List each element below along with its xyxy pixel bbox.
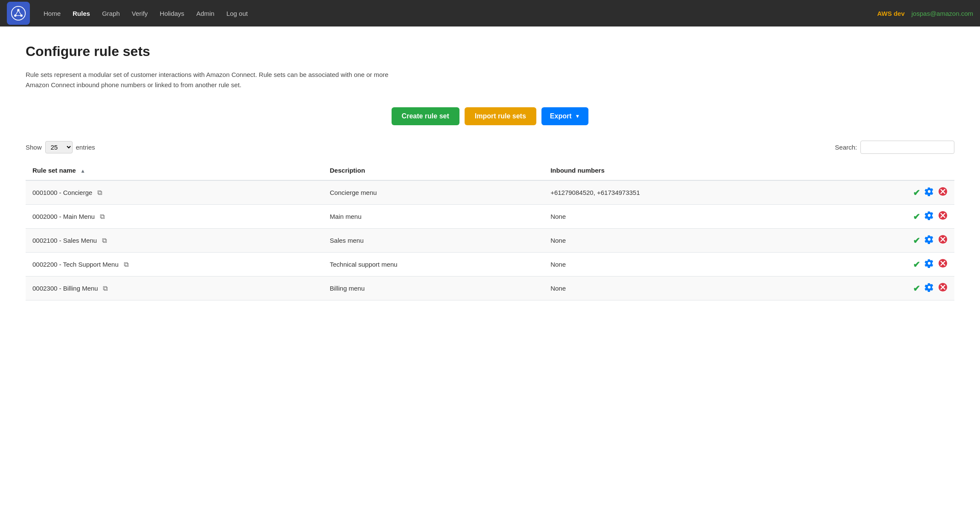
settings-button[interactable]	[924, 187, 934, 198]
delete-button[interactable]	[938, 259, 948, 270]
entries-label: entries	[76, 144, 95, 151]
verify-button[interactable]: ✔	[913, 188, 920, 198]
import-rule-sets-button[interactable]: Import rule sets	[465, 107, 536, 125]
actions-cell: ✔	[823, 253, 954, 277]
actions-cell: ✔	[823, 180, 954, 205]
rule-name: 0002200 - Tech Support Menu	[32, 261, 119, 268]
nav-home[interactable]: Home	[38, 7, 66, 20]
settings-button[interactable]	[924, 235, 934, 246]
main-content: Configure rule sets Rule sets represent …	[0, 26, 980, 509]
col-rule-set-name[interactable]: Rule set name ▲	[26, 161, 323, 180]
inbound-cell: None	[544, 253, 823, 277]
svg-line-4	[15, 10, 18, 16]
copy-icon[interactable]: ⧉	[97, 189, 102, 197]
table-row: 0002000 - Main Menu ⧉ Main menu None ✔	[26, 205, 954, 229]
rule-name-cell: 0002200 - Tech Support Menu ⧉	[26, 253, 323, 277]
description-cell: Concierge menu	[323, 180, 544, 205]
nav-admin[interactable]: Admin	[191, 7, 220, 20]
settings-button[interactable]	[924, 211, 934, 222]
verify-button[interactable]: ✔	[913, 283, 920, 294]
inbound-cell: None	[544, 277, 823, 300]
nav-holidays[interactable]: Holidays	[155, 7, 190, 20]
svg-point-1	[17, 9, 19, 11]
col-inbound-numbers: Inbound numbers	[544, 161, 823, 180]
action-buttons: Create rule set Import rule sets Export …	[26, 107, 954, 125]
table-row: 0002100 - Sales Menu ⧉ Sales menu None ✔	[26, 229, 954, 253]
table-controls: Show 10 25 50 100 entries Search:	[26, 141, 954, 154]
app-logo	[7, 2, 30, 25]
copy-icon[interactable]: ⧉	[103, 285, 108, 292]
svg-line-5	[18, 10, 21, 16]
navbar-right: AWS dev jospas@amazon.com	[877, 10, 973, 17]
description-cell: Sales menu	[323, 229, 544, 253]
nav-graph[interactable]: Graph	[97, 7, 125, 20]
rule-sets-table: Rule set name ▲ Description Inbound numb…	[26, 161, 954, 300]
table-header: Rule set name ▲ Description Inbound numb…	[26, 161, 954, 180]
description-cell: Billing menu	[323, 277, 544, 300]
table-row: 0001000 - Concierge ⧉ Concierge menu +61…	[26, 180, 954, 205]
inbound-cell: +61279084520, +61734973351	[544, 180, 823, 205]
table-body: 0001000 - Concierge ⧉ Concierge menu +61…	[26, 180, 954, 300]
page-title: Configure rule sets	[26, 44, 954, 59]
entries-select[interactable]: 10 25 50 100	[45, 141, 73, 153]
rule-name-cell: 0002000 - Main Menu ⧉	[26, 205, 323, 229]
copy-icon[interactable]: ⧉	[102, 237, 107, 244]
delete-button[interactable]	[938, 211, 948, 222]
export-button[interactable]: Export ▼	[541, 107, 589, 125]
nav-links: Home Rules Graph Verify Holidays Admin L…	[38, 7, 877, 20]
rule-name-cell: 0002100 - Sales Menu ⧉	[26, 229, 323, 253]
settings-button[interactable]	[924, 259, 934, 270]
rule-name-cell: 0002300 - Billing Menu ⧉	[26, 277, 323, 300]
rule-name: 0002100 - Sales Menu	[32, 237, 97, 244]
verify-button[interactable]: ✔	[913, 212, 920, 222]
nav-verify[interactable]: Verify	[127, 7, 153, 20]
search-control: Search:	[835, 141, 954, 154]
page-description: Rule sets represent a modular set of cus…	[26, 70, 410, 90]
col-actions	[823, 161, 954, 180]
create-rule-set-button[interactable]: Create rule set	[392, 107, 459, 125]
delete-button[interactable]	[938, 282, 948, 294]
nav-logout[interactable]: Log out	[221, 7, 253, 20]
col-description: Description	[323, 161, 544, 180]
search-label: Search:	[835, 144, 857, 151]
show-entries-control: Show 10 25 50 100 entries	[26, 141, 95, 153]
rule-name: 0002300 - Billing Menu	[32, 285, 98, 292]
nav-rules[interactable]: Rules	[67, 7, 95, 20]
rule-name-cell: 0001000 - Concierge ⧉	[26, 180, 323, 205]
show-label: Show	[26, 144, 42, 151]
inbound-cell: None	[544, 229, 823, 253]
verify-button[interactable]: ✔	[913, 259, 920, 270]
description-cell: Main menu	[323, 205, 544, 229]
export-dropdown-icon: ▼	[575, 113, 580, 119]
actions-cell: ✔	[823, 205, 954, 229]
verify-button[interactable]: ✔	[913, 235, 920, 246]
svg-point-0	[12, 6, 25, 20]
inbound-cell: None	[544, 205, 823, 229]
environment-label: AWS dev	[877, 10, 904, 17]
settings-button[interactable]	[924, 282, 934, 294]
rule-name: 0002000 - Main Menu	[32, 213, 95, 220]
navbar: Home Rules Graph Verify Holidays Admin L…	[0, 0, 980, 26]
table-row: 0002300 - Billing Menu ⧉ Billing menu No…	[26, 277, 954, 300]
description-cell: Technical support menu	[323, 253, 544, 277]
rule-name: 0001000 - Concierge	[32, 189, 92, 196]
actions-cell: ✔	[823, 277, 954, 300]
sort-icon: ▲	[80, 168, 85, 174]
search-input[interactable]	[860, 141, 954, 154]
delete-button[interactable]	[938, 235, 948, 246]
actions-cell: ✔	[823, 229, 954, 253]
delete-button[interactable]	[938, 187, 948, 198]
table-row: 0002200 - Tech Support Menu ⧉ Technical …	[26, 253, 954, 277]
copy-icon[interactable]: ⧉	[100, 213, 105, 221]
copy-icon[interactable]: ⧉	[124, 261, 129, 268]
user-email: jospas@amazon.com	[912, 10, 973, 17]
